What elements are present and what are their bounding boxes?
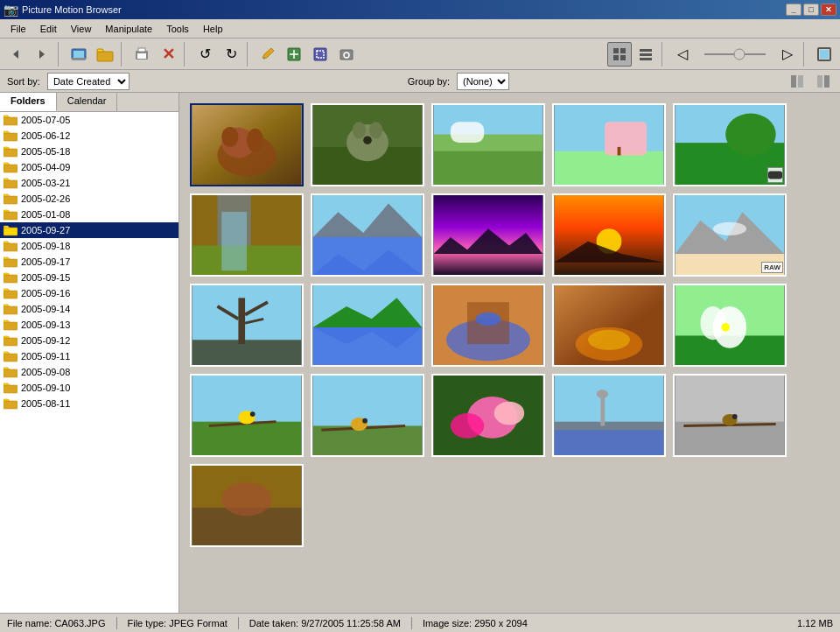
svg-rect-4 — [72, 58, 86, 60]
folder-icon — [4, 271, 18, 284]
svg-rect-7 — [137, 53, 146, 59]
folder-button[interactable] — [93, 42, 117, 67]
photo-thumbnail[interactable] — [552, 103, 666, 186]
folder-item[interactable]: 2005-09-08 — [0, 364, 178, 380]
folder-item[interactable]: 2005-09-14 — [0, 301, 178, 317]
photo-grid-panel: RAW — [179, 93, 840, 613]
folder-icon — [4, 224, 18, 236]
svg-rect-12 — [314, 48, 326, 60]
photo-thumbnail[interactable] — [190, 284, 304, 367]
svg-rect-19 — [620, 55, 626, 60]
photo-thumbnail[interactable] — [552, 193, 666, 277]
svg-rect-43 — [4, 306, 18, 314]
folder-label: 2005-09-12 — [21, 335, 70, 346]
view-toggle-left[interactable] — [788, 72, 807, 91]
folder-icon — [4, 193, 18, 205]
browse-button[interactable] — [66, 42, 91, 67]
photo-thumbnail[interactable] — [190, 374, 304, 457]
tab-calendar[interactable]: Calendar — [57, 93, 118, 111]
photo-thumbnail[interactable] — [311, 284, 424, 367]
folder-item[interactable]: 2005-05-18 — [0, 144, 178, 159]
folder-item[interactable]: 2005-09-10 — [0, 380, 178, 396]
svg-rect-30 — [824, 75, 830, 88]
rotate-left-button[interactable]: ↺ — [192, 42, 217, 67]
minimize-button[interactable]: _ — [786, 4, 802, 16]
folder-item[interactable]: 2005-06-12 — [0, 128, 178, 144]
rotate-right-button[interactable]: ↻ — [219, 42, 243, 67]
photo-thumbnail[interactable] — [673, 374, 787, 457]
next-image-button[interactable]: ▷ — [775, 42, 800, 67]
folder-item[interactable]: 2005-09-18 — [0, 238, 178, 254]
thumbnail-view-button[interactable] — [607, 42, 632, 67]
photo-thumbnail[interactable] — [552, 374, 666, 457]
back-button[interactable] — [4, 42, 28, 67]
edit-button[interactable] — [256, 42, 280, 67]
enhance-button[interactable] — [282, 42, 306, 67]
photo-thumbnail[interactable] — [311, 374, 424, 457]
list-view-button[interactable] — [634, 42, 658, 67]
titlebar-text: Picture Motion Browser — [22, 4, 122, 15]
view-toggle-right[interactable] — [814, 72, 833, 91]
photo-thumbnail[interactable] — [431, 284, 545, 367]
photo-thumbnail[interactable] — [673, 103, 787, 186]
folder-icon — [4, 350, 18, 362]
folder-item[interactable]: 2005-09-27 — [0, 222, 178, 238]
menu-edit[interactable]: Edit — [33, 22, 64, 36]
status-sep-2 — [238, 617, 239, 629]
menu-manipulate[interactable]: Manipulate — [98, 22, 159, 36]
delete-button[interactable]: ✕ — [156, 42, 180, 67]
panel-tabs: Folders Calendar — [0, 93, 178, 112]
svg-point-53 — [221, 127, 238, 147]
folder-item[interactable]: 2005-09-15 — [0, 270, 178, 285]
menu-view[interactable]: View — [64, 22, 99, 36]
forward-button[interactable] — [30, 42, 54, 67]
group-select[interactable]: (None) Date Type Size — [457, 73, 509, 90]
folder-item[interactable]: 2005-08-11 — [0, 396, 178, 411]
photo-thumbnail[interactable] — [673, 284, 787, 367]
photo-thumbnail[interactable] — [190, 103, 304, 186]
photo-thumbnail[interactable] — [190, 464, 304, 547]
photo-thumbnail[interactable] — [311, 103, 424, 186]
fullscreen-button[interactable] — [812, 42, 836, 67]
maximize-button[interactable]: □ — [803, 4, 819, 16]
photo-thumbnail[interactable] — [431, 103, 545, 186]
svg-rect-5 — [97, 52, 113, 61]
folder-icon — [4, 334, 18, 347]
svg-rect-46 — [4, 354, 18, 362]
folder-item[interactable]: 2005-03-21 — [0, 175, 178, 191]
toolbar: ✕ ↺ ↻ — [0, 39, 840, 70]
export-button[interactable] — [334, 42, 359, 67]
close-button[interactable]: ✕ — [821, 4, 836, 16]
photo-thumbnail[interactable]: RAW — [673, 193, 787, 277]
photo-thumbnail[interactable] — [431, 374, 545, 457]
menu-help[interactable]: Help — [196, 22, 230, 36]
folder-item[interactable]: 2005-07-05 — [0, 112, 178, 128]
folder-item[interactable]: 2005-09-13 — [0, 317, 178, 333]
folder-label: 2005-09-15 — [21, 272, 70, 283]
svg-point-137 — [732, 414, 738, 419]
menu-file[interactable]: File — [4, 22, 33, 36]
photo-thumbnail[interactable] — [311, 193, 424, 277]
print-button[interactable] — [130, 42, 154, 67]
photo-thumbnail[interactable] — [190, 193, 304, 277]
folder-item[interactable]: 2005-09-11 — [0, 348, 178, 364]
photo-thumbnail[interactable] — [552, 284, 666, 367]
sort-select[interactable]: Date Created Date Modified File Name Fil… — [47, 73, 130, 90]
folder-item[interactable]: 2005-01-08 — [0, 207, 178, 222]
tab-folders[interactable]: Folders — [0, 93, 57, 111]
folder-label: 2005-09-16 — [21, 288, 70, 298]
folder-item[interactable]: 2005-09-17 — [0, 254, 178, 270]
crop-button[interactable] — [308, 42, 332, 67]
prev-image-button[interactable]: ◁ — [670, 42, 695, 67]
folder-item[interactable]: 2005-09-16 — [0, 285, 178, 301]
folder-label: 2005-02-26 — [21, 193, 70, 204]
folder-item[interactable]: 2005-04-09 — [0, 159, 178, 175]
photo-thumbnail[interactable] — [431, 193, 545, 277]
folder-item[interactable]: 2005-02-26 — [0, 191, 178, 207]
folder-label: 2005-09-18 — [21, 241, 70, 251]
folder-label: 2005-09-27 — [21, 225, 70, 235]
menu-tools[interactable]: Tools — [159, 22, 196, 36]
folder-list[interactable]: 2005-07-05 2005-06-12 2005-05-18 2005-04… — [0, 112, 178, 613]
separator-1 — [58, 42, 63, 67]
folder-item[interactable]: 2005-09-12 — [0, 333, 178, 348]
